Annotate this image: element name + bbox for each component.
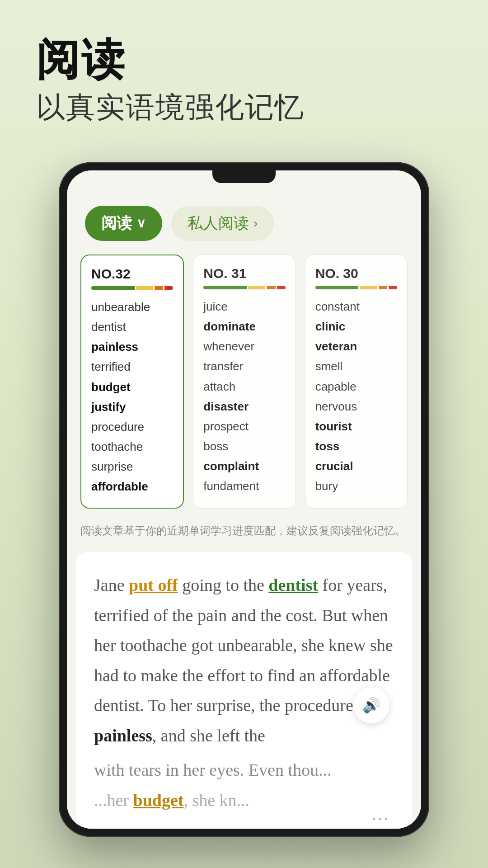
list-item: painless <box>91 337 173 357</box>
page-container: 阅读 以真实语境强化记忆 阅读 ∨ <box>0 0 488 868</box>
word-list-2: juice dominate whenever transfer attach … <box>203 297 285 496</box>
list-item: clinic <box>315 316 397 336</box>
reading-text-3: ...her budget, she kn... <box>94 785 394 816</box>
word-card-3[interactable]: NO. 30 constant clinic veteran <box>305 255 408 509</box>
list-item: constant <box>315 297 397 316</box>
phone-wrapper: 阅读 ∨ 私人阅读 › NO.32 <box>0 162 488 837</box>
phone-notch <box>212 170 276 183</box>
phone-topbar <box>67 170 421 193</box>
phone-screen: 阅读 ∨ 私人阅读 › NO.32 <box>67 170 421 829</box>
highlight-dentist: dentist <box>268 576 318 594</box>
chevron-down-icon: ∨ <box>136 216 146 231</box>
word-list-1: unbearable dentist painless terrified bu… <box>91 297 173 497</box>
list-item: dominate <box>203 316 285 336</box>
list-item: boss <box>203 436 285 456</box>
list-item: terrified <box>91 357 173 377</box>
list-item: fundament <box>203 476 285 496</box>
sound-icon: 🔊 <box>362 697 380 714</box>
sound-icon-wrapper[interactable]: 🔊 <box>353 687 389 723</box>
list-item: prospect <box>203 416 285 436</box>
list-item: surprise <box>91 457 173 476</box>
list-item: justify <box>91 397 173 417</box>
tab-private-label: 私人阅读 <box>188 213 249 234</box>
list-item: toothache <box>91 437 173 457</box>
card-number-1: NO.32 <box>91 266 173 282</box>
reading-text: Jane put off going to the dentist for ye… <box>94 570 394 750</box>
list-item: bury <box>315 476 397 496</box>
card-number-2: NO. 31 <box>203 266 285 281</box>
card-number-3: NO. 30 <box>315 266 397 281</box>
card-color-bar-3 <box>315 286 397 289</box>
tab-private-read[interactable]: 私人阅读 › <box>171 206 274 241</box>
more-dots[interactable]: ... <box>372 805 389 824</box>
list-item: nervous <box>315 396 397 416</box>
tab-read-active[interactable]: 阅读 ∨ <box>85 206 162 241</box>
list-item: juice <box>203 297 285 316</box>
list-item: crucial <box>315 456 397 476</box>
reading-text-2: with tears in her eyes. Even thou... <box>94 755 394 785</box>
card-color-bar-1 <box>91 286 173 290</box>
list-item: affordable <box>91 476 173 496</box>
chevron-right-icon: › <box>253 216 258 231</box>
nav-tabs: 阅读 ∨ 私人阅读 › <box>67 193 421 250</box>
list-item: smell <box>315 356 397 376</box>
list-item: disaster <box>203 396 285 416</box>
reading-continuation: with tears in her eyes. Even thou... ...… <box>76 750 412 829</box>
tab-read-label: 阅读 <box>101 213 132 234</box>
card-color-bar-2 <box>203 286 285 289</box>
highlight-budget: budget <box>133 791 184 810</box>
word-card-2[interactable]: NO. 31 juice dominate whenever <box>193 255 296 509</box>
list-item: dentist <box>91 317 173 337</box>
list-item: capable <box>315 377 397 396</box>
phone-mockup: 阅读 ∨ 私人阅读 › NO.32 <box>59 162 429 837</box>
highlight-put-off: put off <box>129 576 178 594</box>
list-item: tourist <box>315 416 397 436</box>
reading-area: Jane put off going to the dentist for ye… <box>76 552 412 750</box>
bold-painless: painless <box>94 726 152 745</box>
list-item: procedure <box>91 417 173 437</box>
list-item: unbearable <box>91 297 173 317</box>
cards-container: NO.32 unbearable dentist painless <box>67 250 421 513</box>
list-item: toss <box>315 436 397 456</box>
hint-text: 阅读文章基于你的近期单词学习进度匹配，建议反复阅读强化记忆。 <box>67 513 421 552</box>
list-item: transfer <box>203 356 285 376</box>
list-item: attach <box>203 377 285 396</box>
header-section: 阅读 以真实语境强化记忆 <box>0 0 488 144</box>
header-title-main: 阅读 <box>36 36 452 84</box>
word-card-1[interactable]: NO.32 unbearable dentist painless <box>80 255 184 509</box>
header-title-sub: 以真实语境强化记忆 <box>36 89 452 126</box>
list-item: whenever <box>203 336 285 356</box>
list-item: complaint <box>203 456 285 476</box>
list-item: budget <box>91 377 173 397</box>
list-item: veteran <box>315 336 397 356</box>
app-content: 阅读 ∨ 私人阅读 › NO.32 <box>67 193 421 829</box>
word-list-3: constant clinic veteran smell capable ne… <box>315 297 397 496</box>
